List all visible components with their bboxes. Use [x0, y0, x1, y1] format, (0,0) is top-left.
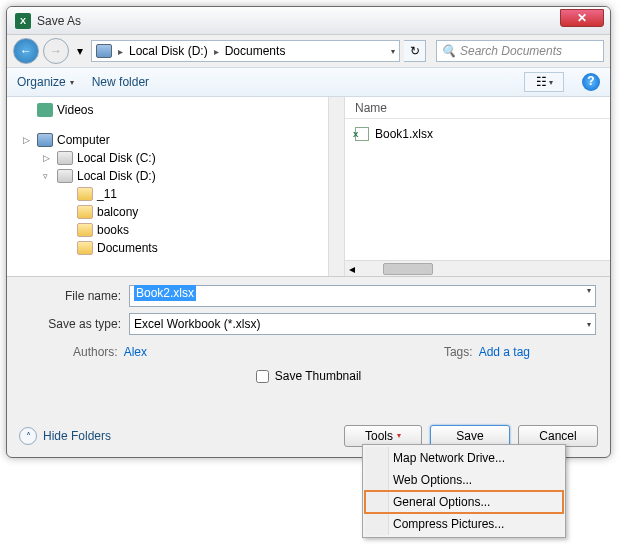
- back-button[interactable]: ←: [13, 38, 39, 64]
- history-dropdown[interactable]: ▾: [73, 41, 87, 61]
- tree-item[interactable]: ▷Computer: [7, 131, 344, 149]
- computer-icon: [96, 44, 112, 58]
- tree-item-icon: [77, 241, 93, 255]
- tree-item-label: balcony: [97, 205, 138, 219]
- toolbar: Organize▾ New folder ☷▾ ?: [7, 67, 610, 97]
- tree-item-icon: [77, 223, 93, 237]
- forward-button[interactable]: →: [43, 38, 69, 64]
- menu-item[interactable]: Map Network Drive...: [365, 447, 563, 469]
- tree-expander-icon[interactable]: ▷: [43, 153, 53, 163]
- tree-expander-icon[interactable]: ▷: [23, 135, 33, 145]
- file-item[interactable]: Book1.xlsx: [355, 125, 600, 143]
- tree-item-icon: [77, 187, 93, 201]
- save-thumbnail-checkbox[interactable]: Save Thumbnail: [256, 369, 362, 383]
- filename-label: File name:: [21, 289, 121, 303]
- folder-tree[interactable]: Videos▷Computer▷Local Disk (C:)▿Local Di…: [7, 97, 345, 276]
- xlsx-icon: [355, 127, 369, 141]
- column-header-name[interactable]: Name: [345, 97, 610, 119]
- scrollbar-thumb[interactable]: [383, 263, 433, 275]
- menu-item[interactable]: Compress Pictures...: [365, 513, 563, 535]
- breadcrumb-item[interactable]: Documents: [225, 44, 286, 58]
- tree-item-label: Videos: [57, 103, 93, 117]
- tree-scrollbar[interactable]: [328, 97, 344, 276]
- tree-item-label: _11: [97, 187, 117, 201]
- organize-menu[interactable]: Organize▾: [17, 75, 74, 89]
- save-type-label: Save as type:: [21, 317, 121, 331]
- authors-label: Authors:: [73, 345, 118, 359]
- file-scrollbar-h[interactable]: ◂: [345, 260, 610, 276]
- file-pane: Name Book1.xlsx ◂: [345, 97, 610, 276]
- save-as-dialog: X Save As ✕ ← → ▾ Local Disk (D:) Docume…: [6, 6, 611, 458]
- help-button[interactable]: ?: [582, 73, 600, 91]
- tree-item-icon: [57, 169, 73, 183]
- excel-icon: X: [15, 13, 31, 29]
- tree-expander-icon[interactable]: ▿: [43, 171, 53, 181]
- search-placeholder: Search Documents: [460, 44, 562, 58]
- tree-item-label: Computer: [57, 133, 110, 147]
- chevron-up-icon: ˄: [19, 427, 37, 445]
- tree-item[interactable]: Documents: [7, 239, 344, 257]
- breadcrumb-sep: [214, 44, 219, 58]
- breadcrumb-sep: [118, 44, 123, 58]
- tree-item-label: Documents: [97, 241, 158, 255]
- dialog-title: Save As: [37, 14, 81, 28]
- thumbnail-checkbox-input[interactable]: [256, 370, 269, 383]
- tree-item-label: Local Disk (C:): [77, 151, 156, 165]
- menu-item[interactable]: General Options...: [365, 491, 563, 513]
- tree-item-icon: [57, 151, 73, 165]
- tree-item-icon: [37, 103, 53, 117]
- tools-dropdown-menu: Map Network Drive...Web Options...Genera…: [362, 444, 566, 538]
- refresh-button[interactable]: ↻: [404, 40, 426, 62]
- nav-bar: ← → ▾ Local Disk (D:) Documents ▾ ↻ 🔍 Se…: [7, 35, 610, 67]
- tree-item[interactable]: ▿Local Disk (D:): [7, 167, 344, 185]
- tree-item-icon: [77, 205, 93, 219]
- new-folder-button[interactable]: New folder: [92, 75, 149, 89]
- form-area: File name: Book2.xlsx ▾ Save as type: Ex…: [7, 277, 610, 392]
- search-input[interactable]: 🔍 Search Documents: [436, 40, 604, 62]
- authors-value[interactable]: Alex: [124, 345, 147, 359]
- tree-item[interactable]: Videos: [7, 101, 344, 119]
- tags-label: Tags:: [444, 345, 473, 359]
- filename-input[interactable]: Book2.xlsx ▾: [129, 285, 596, 307]
- save-type-combo[interactable]: Excel Workbook (*.xlsx)▾: [129, 313, 596, 335]
- tree-item-label: books: [97, 223, 129, 237]
- file-list[interactable]: Book1.xlsx: [345, 119, 610, 260]
- view-mode-button[interactable]: ☷▾: [524, 72, 564, 92]
- tree-item-label: Local Disk (D:): [77, 169, 156, 183]
- titlebar: X Save As ✕: [7, 7, 610, 35]
- body-split: Videos▷Computer▷Local Disk (C:)▿Local Di…: [7, 97, 610, 277]
- tree-item[interactable]: ▷Local Disk (C:): [7, 149, 344, 167]
- menu-item[interactable]: Web Options...: [365, 469, 563, 491]
- hide-folders-button[interactable]: ˄ Hide Folders: [19, 427, 111, 445]
- address-dropdown[interactable]: ▾: [391, 47, 395, 56]
- tree-item-icon: [37, 133, 53, 147]
- tree-item[interactable]: balcony: [7, 203, 344, 221]
- address-bar[interactable]: Local Disk (D:) Documents ▾: [91, 40, 400, 62]
- breadcrumb-item[interactable]: Local Disk (D:): [129, 44, 208, 58]
- tags-value[interactable]: Add a tag: [479, 345, 530, 359]
- file-item-name: Book1.xlsx: [375, 127, 433, 141]
- close-button[interactable]: ✕: [560, 9, 604, 27]
- tree-item[interactable]: books: [7, 221, 344, 239]
- tree-item[interactable]: _11: [7, 185, 344, 203]
